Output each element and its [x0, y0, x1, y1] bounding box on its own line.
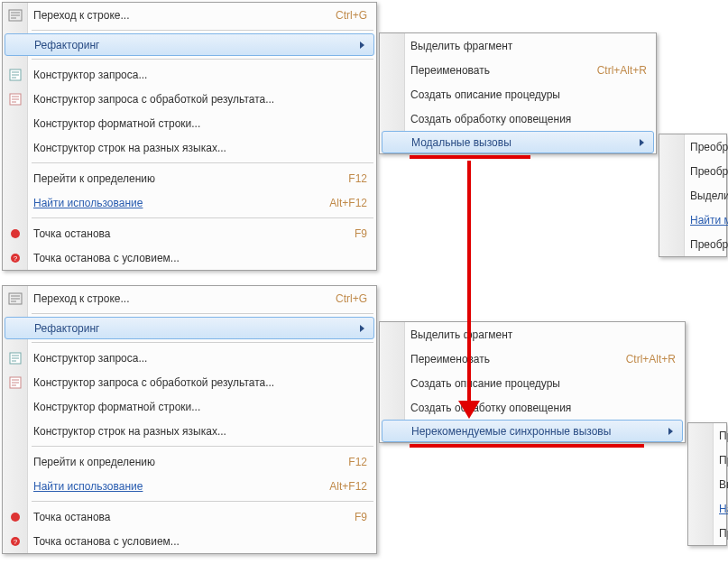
sub2-label-2: Пр [719, 454, 728, 467]
query-constructor-item[interactable]: Конструктор запроса... [3, 62, 376, 87]
nonrecommended-calls-item[interactable]: Нерекомендуемые синхронные вызовы [382, 420, 683, 442]
format-string-item[interactable]: Конструктор форматной строки... [3, 111, 376, 135]
red-arrow-annotation [458, 161, 480, 419]
breakpoint-cond-item[interactable]: ? Точка останова с условием... [3, 529, 376, 553]
svg-text:?: ? [14, 254, 18, 263]
sub2-item-2[interactable]: Пр [688, 448, 728, 472]
query-constructor-result-item[interactable]: Конструктор запроса с обработкой результ… [3, 87, 376, 111]
rename-shortcut: Ctrl+Alt+R [597, 64, 647, 77]
modal-calls-item[interactable]: Модальные вызовы [382, 131, 654, 153]
sub2-item-5[interactable]: Преобраз [659, 232, 726, 256]
sub2-item-4[interactable]: На [688, 496, 728, 521]
refactoring-label: Рефакторинг [34, 322, 360, 335]
sub2-item-3[interactable]: Выделит [659, 183, 726, 208]
find-usage-label: Найти использование [33, 197, 311, 209]
sub2-label-2: Преобраз [690, 165, 728, 178]
query-constructor-result-item[interactable]: Конструктор запроса с обработкой результ… [3, 370, 376, 394]
create-proc-item[interactable]: Создать описание процедуры [380, 82, 656, 106]
format-string-label: Конструктор форматной строки... [33, 401, 367, 413]
find-usage-shortcut: Alt+F12 [329, 480, 367, 493]
goto-definition-item[interactable]: Перейти к определению F12 [3, 449, 376, 474]
bottom-refactoring-submenu: Выделить фрагмент Переименовать Ctrl+Alt… [379, 321, 686, 443]
separator [32, 59, 373, 60]
submenu-arrow-icon [360, 325, 364, 332]
goto-definition-shortcut: F12 [348, 456, 367, 468]
refactoring-item[interactable]: Рефакторинг [5, 317, 374, 339]
breakpoint-cond-item[interactable]: ? Точка останова с условием... [3, 245, 376, 270]
breakpoint-icon [8, 227, 23, 241]
find-usage-item[interactable]: Найти использование Alt+F12 [3, 474, 376, 498]
format-string-label: Конструктор форматной строки... [33, 117, 367, 130]
sub2-label-3: Вь [719, 478, 728, 491]
goto-line-label: Переход к строке... [33, 9, 318, 22]
sub2-item-3[interactable]: Вь [688, 472, 728, 496]
separator [32, 30, 373, 31]
breakpoint-item[interactable]: Точка останова F9 [3, 221, 376, 245]
query-constructor-label: Конструктор запроса... [33, 69, 367, 81]
query-constructor-result-label: Конструктор запроса с обработкой результ… [33, 376, 367, 389]
sub2-item-4[interactable]: Найти мо [659, 208, 726, 232]
sub2-label-4: Найти мо [690, 214, 728, 227]
sub2-item-5[interactable]: Пр [688, 521, 728, 545]
separator [32, 342, 373, 343]
sub2-label-5: Преобраз [690, 238, 728, 251]
sub2-label-5: Пр [719, 527, 728, 540]
create-handler-item[interactable]: Создать обработку оповещения [380, 395, 685, 420]
multilang-string-item[interactable]: Конструктор строк на разных языках... [3, 419, 376, 443]
red-underline-2 [410, 444, 644, 448]
goto-line-label: Переход к строке... [33, 292, 318, 305]
sub2-item-1[interactable]: Преобраз [659, 134, 726, 159]
sub2-label-4: На [719, 503, 728, 515]
find-usage-item[interactable]: Найти использование Alt+F12 [3, 190, 376, 215]
sub2-label-3: Выделит [690, 190, 728, 202]
query-constructor-item[interactable]: Конструктор запроса... [3, 346, 376, 370]
extract-fragment-item[interactable]: Выделить фрагмент [380, 322, 685, 347]
svg-point-15 [11, 513, 20, 522]
top-context-menu: Переход к строке... Ctrl+G Рефакторинг К… [2, 2, 377, 271]
top-modal-submenu: Преобраз Преобраз Выделит Найти мо Преоб… [659, 134, 727, 257]
rename-label: Переименовать [410, 353, 608, 365]
goto-line-shortcut: Ctrl+G [336, 9, 367, 22]
separator [32, 501, 373, 502]
extract-fragment-label: Выделить фрагмент [410, 40, 647, 52]
query-result-icon [8, 375, 23, 390]
create-proc-label: Создать описание процедуры [410, 377, 676, 390]
breakpoint-shortcut: F9 [355, 227, 367, 240]
goto-definition-shortcut: F12 [348, 172, 367, 185]
sub2-item-1[interactable]: Пр [688, 423, 728, 448]
breakpoint-label: Точка останова [33, 511, 336, 523]
query-constructor-result-label: Конструктор запроса с обработкой результ… [33, 93, 367, 106]
breakpoint-item[interactable]: Точка останова F9 [3, 504, 376, 529]
extract-fragment-item[interactable]: Выделить фрагмент [380, 33, 656, 58]
rename-shortcut: Ctrl+Alt+R [626, 353, 676, 365]
goto-definition-item[interactable]: Перейти к определению F12 [3, 166, 376, 190]
breakpoint-cond-icon: ? [8, 251, 23, 265]
create-proc-label: Создать описание процедуры [410, 88, 647, 101]
query-icon [8, 351, 23, 365]
create-handler-item[interactable]: Создать обработку оповещения [380, 106, 656, 131]
sub2-label-1: Преобраз [690, 141, 728, 153]
svg-point-6 [11, 229, 20, 238]
goto-definition-label: Перейти к определению [33, 172, 330, 185]
multilang-string-label: Конструктор строк на разных языках... [33, 142, 367, 154]
format-string-item[interactable]: Конструктор форматной строки... [3, 394, 376, 419]
sub2-item-2[interactable]: Преобраз [659, 159, 726, 183]
multilang-string-item[interactable]: Конструктор строк на разных языках... [3, 135, 376, 160]
separator [32, 313, 373, 314]
create-handler-label: Создать обработку оповещения [410, 113, 647, 125]
submenu-arrow-icon [360, 42, 364, 49]
refactoring-item[interactable]: Рефакторинг [5, 33, 374, 56]
rename-label: Переименовать [410, 64, 579, 77]
breakpoint-cond-label: Точка останова с условием... [33, 252, 367, 264]
top-refactoring-submenu: Выделить фрагмент Переименовать Ctrl+Alt… [379, 32, 657, 154]
goto-line-item[interactable]: Переход к строке... Ctrl+G [3, 286, 376, 310]
create-proc-item[interactable]: Создать описание процедуры [380, 371, 685, 395]
bottom-nonrec-submenu: Пр Пр Вь На Пр [687, 422, 727, 546]
goto-line-item[interactable]: Переход к строке... Ctrl+G [3, 3, 376, 27]
query-constructor-label: Конструктор запроса... [33, 352, 367, 365]
find-usage-label: Найти использование [33, 480, 311, 493]
breakpoint-shortcut: F9 [355, 511, 367, 523]
rename-item[interactable]: Переименовать Ctrl+Alt+R [380, 347, 685, 371]
modal-calls-label: Модальные вызовы [411, 136, 640, 149]
rename-item[interactable]: Переименовать Ctrl+Alt+R [380, 58, 656, 82]
